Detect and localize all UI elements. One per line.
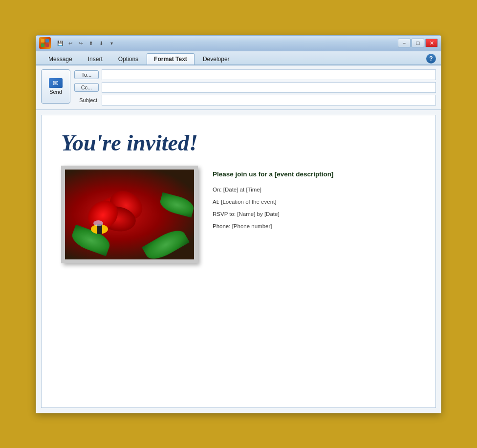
tab-developer[interactable]: Developer [195, 53, 237, 64]
tab-insert[interactable]: Insert [81, 53, 110, 64]
title-bar: 💾 ↩ ↪ ⬆ ⬇ ▾ − □ ✕ [36, 36, 441, 51]
detail-label-0: On: [213, 187, 223, 192]
cc-row: Cc... [74, 82, 436, 93]
event-heading: Please join us for a [event description] [213, 171, 416, 178]
down-quick-btn[interactable]: ⬇ [97, 39, 106, 47]
send-button[interactable]: ✉ Send [41, 69, 70, 104]
title-bar-left: 💾 ↩ ↪ ⬆ ⬇ ▾ [39, 37, 116, 49]
to-input[interactable] [102, 69, 436, 80]
up-quick-btn[interactable]: ⬆ [87, 39, 95, 47]
subject-input[interactable] [102, 95, 436, 106]
dropdown-quick-btn[interactable]: ▾ [107, 39, 116, 47]
detail-line-0: On: [Date] at [Time] [213, 186, 416, 194]
ribbon: Message Insert Options Format Text Devel… [36, 51, 441, 65]
detail-label-1: At: [213, 199, 221, 205]
tab-message[interactable]: Message [41, 53, 80, 64]
to-button[interactable]: To... [74, 70, 99, 79]
cc-button[interactable]: Cc... [74, 83, 99, 92]
flower-image [65, 170, 194, 259]
redo-quick-btn[interactable]: ↪ [76, 39, 85, 47]
rose [85, 187, 153, 251]
to-row: To... [74, 69, 436, 80]
ribbon-tabs: Message Insert Options Format Text Devel… [36, 51, 441, 64]
send-label: Send [49, 89, 62, 95]
email-window: 💾 ↩ ↪ ⬆ ⬇ ▾ − □ ✕ Message Insert Options… [36, 35, 441, 413]
svg-rect-2 [41, 43, 44, 47]
bee-body [91, 224, 108, 234]
detail-label-2: RSVP to: [213, 211, 237, 217]
email-body[interactable]: You're invited! [41, 115, 436, 408]
invite-details: Please join us for a [event description]… [213, 166, 416, 235]
detail-line-1: At: [Location of the event] [213, 198, 416, 206]
send-icon: ✉ [49, 78, 63, 88]
email-header: ✉ Send To... Cc... Subject: [36, 65, 441, 110]
detail-label-3: Phone: [213, 223, 232, 229]
detail-line-3: Phone: [Phone number] [213, 222, 416, 231]
detail-line-2: RSVP to: [Name] by [Date] [213, 210, 416, 218]
undo-quick-btn[interactable]: ↩ [66, 39, 75, 47]
invite-title: You're invited! [61, 130, 416, 156]
svg-rect-1 [45, 39, 49, 43]
invite-content: Please join us for a [event description]… [61, 166, 416, 263]
cc-input[interactable] [102, 82, 436, 93]
svg-rect-3 [45, 43, 49, 47]
bee-wing [93, 220, 103, 226]
address-fields: To... Cc... Subject: [74, 69, 436, 106]
detail-value-0: [Date] at [Time] [223, 187, 261, 192]
quick-access-toolbar: 💾 ↩ ↪ ⬆ ⬇ ▾ [56, 39, 116, 47]
maximize-button[interactable]: □ [412, 39, 424, 47]
help-button[interactable]: ? [426, 54, 436, 64]
detail-value-3: [Phone number] [232, 223, 272, 229]
subject-row: Subject: [74, 95, 436, 106]
detail-value-2: [Name] by [Date] [237, 211, 279, 217]
detail-value-1: [Location of the event] [221, 199, 276, 205]
save-quick-btn[interactable]: 💾 [56, 39, 65, 47]
subject-label: Subject: [74, 97, 99, 103]
office-logo-icon [39, 37, 51, 49]
leaf-3 [158, 192, 194, 217]
tab-options[interactable]: Options [111, 53, 146, 64]
window-controls: − □ ✕ [398, 39, 438, 47]
invite-image [61, 166, 198, 263]
close-button[interactable]: ✕ [425, 39, 438, 47]
svg-rect-0 [41, 39, 44, 43]
tab-format-text[interactable]: Format Text [147, 53, 195, 64]
minimize-button[interactable]: − [398, 39, 411, 47]
